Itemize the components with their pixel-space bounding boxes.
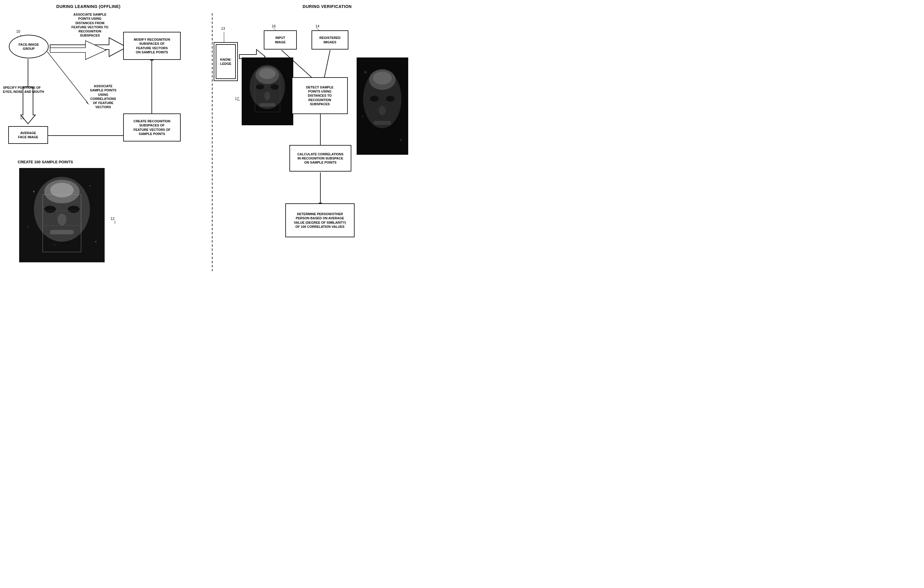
svg-point-63 — [400, 139, 402, 141]
registered-face-image — [356, 58, 408, 155]
ref-11: 11 — [20, 116, 24, 120]
average-face-image-node: AVERAGE FACE IMAGE — [8, 126, 48, 144]
svg-point-64 — [361, 116, 363, 117]
svg-point-31 — [44, 206, 56, 213]
ref-16: 16 — [272, 24, 276, 28]
sample-face-image — [19, 168, 105, 262]
ref-10: 10 — [16, 30, 20, 34]
registered-images-node: REGISTERED IMGAES — [312, 30, 348, 50]
svg-rect-34 — [50, 230, 74, 234]
face-image-group-node: FACE-IMAGE GROUP — [9, 35, 49, 58]
svg-point-38 — [33, 191, 35, 192]
svg-point-61 — [373, 72, 392, 84]
svg-rect-51 — [259, 103, 275, 107]
ref-17: 17 — [235, 97, 239, 101]
ref-13: 13 — [221, 26, 225, 31]
input-face-image — [242, 58, 293, 125]
ref-14: 14 — [315, 24, 319, 28]
associate-label-1: ASSOCIATE SAMPLE POINTS USING DISTANCES … — [58, 12, 122, 38]
svg-point-44 — [50, 183, 74, 198]
calculate-correlations-node: CALCULATE CORRELATIONS IN RECOGNITION SU… — [289, 145, 351, 172]
svg-point-58 — [386, 96, 394, 102]
create-100-label: CREATE 100 SAMPLE POINTS — [18, 160, 97, 165]
svg-line-14 — [324, 50, 330, 78]
svg-point-53 — [259, 68, 276, 79]
svg-point-43 — [69, 182, 70, 183]
detect-sample-points-node: DETECT SAMPLE POINTS USING DISTANCES TO … — [292, 77, 348, 114]
svg-rect-60 — [373, 121, 391, 125]
svg-point-57 — [370, 96, 379, 102]
svg-point-48 — [256, 84, 264, 89]
diagram: DURING LEARNING (OFFLINE) DURING VERIFIC… — [0, 0, 462, 294]
create-subspaces-node: CREATE RECOGNITION SUBSPACES OF FEATURE … — [123, 114, 181, 142]
svg-point-50 — [264, 91, 270, 100]
svg-point-59 — [379, 106, 386, 115]
svg-point-42 — [54, 244, 55, 245]
svg-line-9 — [47, 51, 88, 103]
svg-point-49 — [271, 84, 279, 89]
ref-12: 12 — [111, 216, 114, 221]
section-verification-title: DURING VERIFICATION — [283, 4, 371, 9]
section-offline-title: DURING LEARNING (OFFLINE) — [44, 4, 133, 9]
svg-point-41 — [95, 241, 97, 243]
svg-point-32 — [68, 206, 79, 213]
svg-point-33 — [58, 214, 66, 225]
svg-marker-1 — [50, 38, 127, 56]
svg-point-40 — [27, 226, 29, 228]
svg-marker-8 — [50, 41, 106, 59]
svg-point-39 — [89, 185, 91, 186]
svg-point-62 — [364, 71, 367, 74]
input-image-node: INPUT IMAGE — [264, 30, 297, 50]
modify-subspaces-node: MODIFY RECOGNITION SUBSPACES OF FEATURE … — [123, 32, 181, 60]
determine-person-node: DETERMINE PERSON/OTHER PERSON BASED ON A… — [285, 203, 355, 237]
specify-positions-label: SPECIFY POSITIONS OF EYES, NOSE, AND MOU… — [3, 86, 54, 94]
knowledge-node: KNOW- LEDGE — [214, 42, 238, 81]
associate-label-2: ASSOCIATE SAMPLE POINTS USING CORRELATIO… — [86, 84, 121, 109]
